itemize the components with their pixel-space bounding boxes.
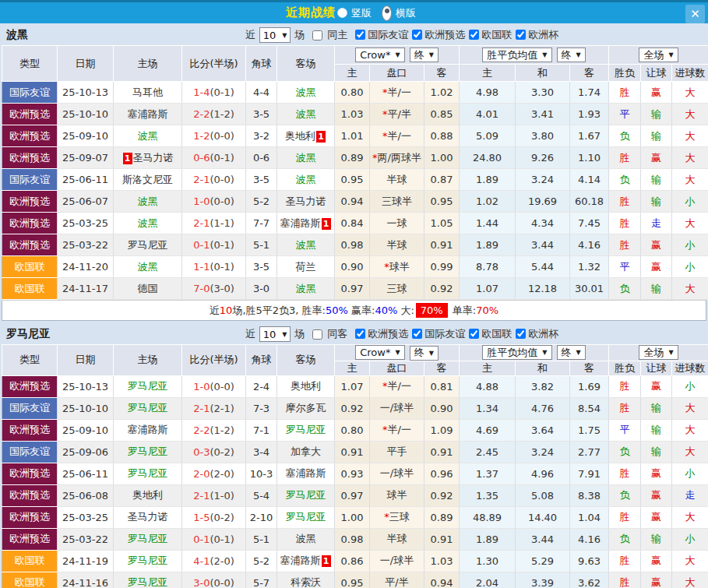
result: 负 — [609, 169, 641, 191]
handicap-result: 赢 — [641, 147, 672, 169]
competition-checkbox[interactable] — [355, 30, 365, 40]
competition-checkbox[interactable] — [469, 329, 479, 339]
away-team: 荷兰 — [277, 256, 335, 278]
filter-bar: 波黑 近 10▼ 场 同主 国际友谊欧洲预选欧国联欧洲杯 — [2, 25, 706, 45]
odds-home: 1.01 — [335, 125, 370, 147]
table-row: 国际友谊25-10-13马耳他1-4(0-1)4-4波黑0.80*半/一1.02… — [2, 82, 708, 104]
corner-score: 3-4 — [246, 441, 277, 463]
goals-result: 大 — [672, 125, 708, 147]
halftime-score: (1-1) — [210, 217, 234, 229]
avg-draw: 3.41 — [516, 104, 570, 125]
match-type: 国际友谊 — [2, 82, 58, 104]
odds-home: 0.92 — [335, 397, 370, 419]
competition-filter[interactable]: 欧洲杯 — [512, 327, 558, 341]
competition-checkbox[interactable] — [355, 329, 365, 339]
handicap: 半球 — [370, 169, 424, 191]
odds-home: 0.89 — [335, 147, 370, 169]
competition-checkbox[interactable] — [412, 329, 422, 339]
fulltime-score: 1-1 — [193, 261, 210, 273]
fulltime-select[interactable]: 全场▼ — [639, 345, 678, 360]
handicap-result: 赢 — [641, 463, 672, 484]
away-team: 波黑 — [277, 104, 335, 125]
vertical-layout-radio[interactable] — [337, 8, 347, 18]
odds-home: 0.90 — [335, 256, 370, 278]
away-team: 奥地利1 — [277, 125, 335, 147]
close-button[interactable]: ✕ — [685, 5, 705, 23]
away-team: 波黑 — [277, 169, 335, 191]
avg-select[interactable]: 胜平负均值▼ — [482, 48, 551, 62]
odds-home: 0.97 — [335, 484, 370, 506]
away-team: 塞浦路斯1 — [277, 213, 335, 234]
competition-checkbox[interactable] — [516, 329, 526, 339]
same-side-filter[interactable]: 同客 — [308, 327, 350, 341]
col-handicap-result: 让球 — [641, 65, 672, 82]
team-label: 圣马力诺 — [286, 195, 326, 207]
handicap: 一/球半 — [370, 397, 424, 419]
away-team: 圣马力诺 — [277, 191, 335, 213]
home-team: 罗马尼亚 — [114, 375, 182, 397]
red-card-badge: 1 — [123, 153, 132, 164]
same-side-checkbox[interactable] — [312, 329, 322, 340]
goals-result: 大 — [672, 147, 708, 169]
match-score: 2-1(2-1) — [182, 397, 246, 419]
handicap-label: 三球 — [387, 283, 407, 294]
competition-checkbox[interactable] — [469, 30, 479, 40]
team-label: 塞浦路斯 — [286, 467, 326, 479]
avg-win: 4.88 — [460, 375, 516, 397]
odds-home: 0.98 — [335, 234, 370, 256]
final-select[interactable]: 终▼ — [410, 48, 439, 62]
competition-filter[interactable]: 国际友谊 — [351, 28, 408, 42]
competition-filter[interactable]: 欧国联 — [465, 28, 512, 42]
col-handicap: 盘口 — [370, 361, 424, 375]
result: 胜 — [609, 463, 641, 484]
table-row: 欧洲预选25-03-22罗马尼亚0-1(0-1)5-1波黑0.98半球0.911… — [2, 528, 708, 550]
home-team: 波黑 — [114, 256, 182, 278]
same-side-filter[interactable]: 同主 — [308, 28, 350, 42]
final-select[interactable]: 终▼ — [410, 346, 439, 361]
competition-filter[interactable]: 国际友谊 — [408, 327, 465, 341]
home-team: 奥地利 — [114, 484, 182, 506]
final-select[interactable]: 终▼ — [557, 345, 586, 360]
table-row: 欧洲预选25-03-22罗马尼亚0-1(0-1)5-1波黑0.98半球0.911… — [2, 234, 708, 256]
competition-checkbox[interactable] — [516, 30, 526, 40]
avg-draw: 3.24 — [516, 441, 570, 463]
match-date: 25-03-25 — [58, 506, 114, 528]
team-label: 罗马尼亚 — [128, 533, 168, 544]
horizontal-layout-radio[interactable] — [382, 5, 392, 21]
team-label: 罗马尼亚 — [128, 402, 168, 414]
fulltime-select[interactable]: 全场▼ — [639, 48, 678, 62]
bookmaker-select[interactable]: Crow*▼ — [355, 48, 404, 62]
same-side-checkbox[interactable] — [312, 30, 322, 40]
avg-lose: 1.69 — [570, 375, 609, 397]
halftime-score: (0-1) — [210, 86, 234, 98]
competition-filter[interactable]: 欧国联 — [465, 327, 512, 341]
away-team: 罗马尼亚 — [277, 506, 335, 528]
col-avg-win: 主 — [460, 65, 516, 82]
odds-away: 0.90 — [424, 397, 460, 419]
competition-checkbox[interactable] — [412, 30, 422, 40]
table-row: 欧洲预选25-03-25波黑2-1(1-1)7-7塞浦路斯10.84一球1.05… — [2, 213, 708, 234]
competition-filter[interactable]: 欧洲预选 — [351, 327, 408, 341]
col-handicap: 盘口 — [370, 65, 424, 82]
competition-filter[interactable]: 欧洲预选 — [408, 28, 465, 42]
competition-filter[interactable]: 欧洲杯 — [512, 28, 558, 42]
team-name: 罗马尼亚 — [6, 327, 50, 341]
table-row: 欧洲预选25-06-07波黑1-0(0-0)5-2圣马力诺0.94三球半0.95… — [2, 191, 708, 213]
final-select[interactable]: 终▼ — [557, 48, 586, 62]
goals-result: 大 — [672, 572, 708, 588]
match-type: 欧国联 — [2, 256, 58, 278]
handicap-label: 一球 — [387, 217, 407, 229]
handicap-result: 赢 — [641, 484, 672, 506]
result: 胜 — [609, 82, 641, 104]
halftime-score: (0-0) — [210, 130, 234, 142]
avg-win: 48.89 — [460, 506, 516, 528]
matches-table-romania: 类型 日期 主场 比分(半场) 角球 客场 Crow*▼终▼ 胜平负均值▼终▼ … — [2, 344, 708, 588]
recent-count-select[interactable]: 10▼ — [259, 326, 291, 342]
odds-away: 1.05 — [424, 213, 460, 234]
match-date: 25-03-25 — [58, 213, 114, 234]
avg-select[interactable]: 胜平负均值▼ — [482, 345, 551, 360]
team-label: 奥地利 — [132, 489, 163, 501]
match-date: 25-03-22 — [58, 528, 114, 550]
recent-count-select[interactable]: 10▼ — [259, 27, 291, 43]
bookmaker-select[interactable]: Crow*▼ — [355, 345, 404, 360]
